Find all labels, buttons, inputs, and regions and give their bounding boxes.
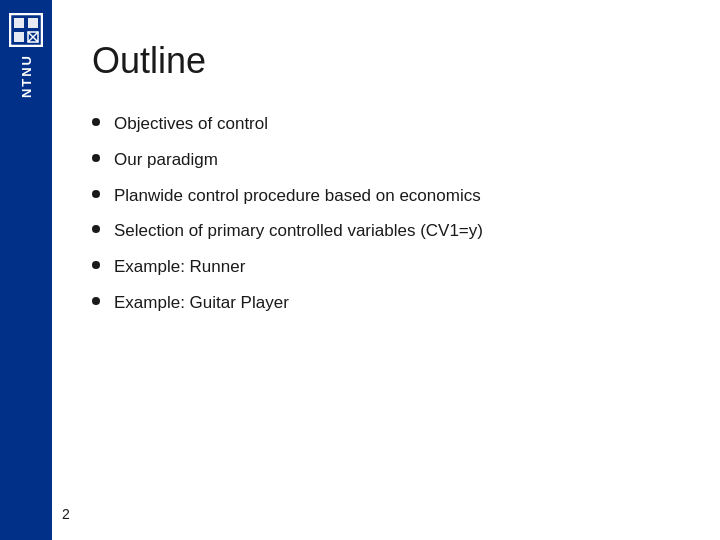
sidebar: NTNU bbox=[0, 0, 52, 540]
bullet-dot bbox=[92, 297, 100, 305]
svg-rect-1 bbox=[14, 18, 24, 28]
bullet-text: Our paradigm bbox=[114, 148, 218, 172]
list-item: Our paradigm bbox=[92, 148, 670, 172]
list-item: Example: Runner bbox=[92, 255, 670, 279]
ntnu-logo bbox=[8, 12, 44, 48]
bullet-dot bbox=[92, 261, 100, 269]
slide-title: Outline bbox=[92, 40, 670, 82]
svg-rect-3 bbox=[14, 32, 24, 42]
bullet-text: Objectives of control bbox=[114, 112, 268, 136]
bullet-dot bbox=[92, 154, 100, 162]
bullet-dot bbox=[92, 118, 100, 126]
bullet-list: Objectives of control Our paradigm Planw… bbox=[92, 112, 670, 315]
list-item: Planwide control procedure based on econ… bbox=[92, 184, 670, 208]
bullet-text: Planwide control procedure based on econ… bbox=[114, 184, 481, 208]
bullet-dot bbox=[92, 190, 100, 198]
list-item: Selection of primary controlled variable… bbox=[92, 219, 670, 243]
list-item: Example: Guitar Player bbox=[92, 291, 670, 315]
list-item: Objectives of control bbox=[92, 112, 670, 136]
bullet-text: Example: Runner bbox=[114, 255, 245, 279]
bullet-text: Selection of primary controlled variable… bbox=[114, 219, 483, 243]
slide-container: NTNU Outline Objectives of control Our p… bbox=[0, 0, 720, 540]
main-content: Outline Objectives of control Our paradi… bbox=[52, 0, 720, 540]
ntnu-brand-text: NTNU bbox=[19, 54, 34, 98]
page-number: 2 bbox=[52, 506, 70, 522]
bullet-text: Example: Guitar Player bbox=[114, 291, 289, 315]
svg-rect-2 bbox=[28, 18, 38, 28]
bullet-dot bbox=[92, 225, 100, 233]
